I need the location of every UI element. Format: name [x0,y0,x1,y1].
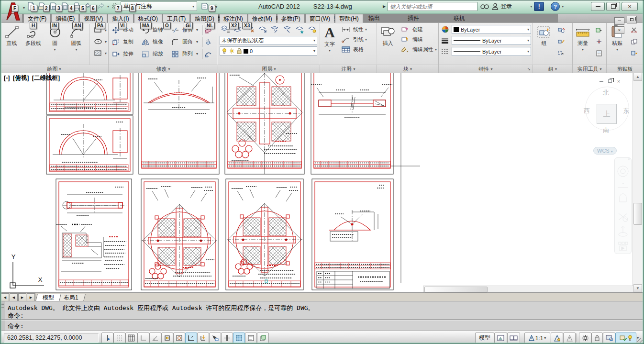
viewcube-top-face[interactable]: 上 [597,104,617,124]
ribbon-tab-online[interactable]: 联机 [454,14,465,22]
layer-on-icon[interactable] [307,24,318,34]
copy-button[interactable]: 复制 [123,38,138,45]
viewcube[interactable]: 北 西 东 南 上 WCS ▾ [583,87,631,149]
doc-minimize-button[interactable] [614,17,624,25]
layer-lock-icon[interactable] [236,48,242,54]
ribbon-tab-plugins[interactable]: 插件 [408,14,419,22]
circle-dropdown[interactable]: ▾ [54,47,56,52]
create-block-button[interactable]: 创建 [412,26,423,33]
ribbon-tab-output[interactable]: 输出 [368,14,380,22]
doc-restore-button[interactable] [627,16,637,23]
snap-mode-toggle[interactable] [101,333,113,344]
scale-icon[interactable] [140,49,151,59]
copy-icon[interactable] [110,37,122,47]
fillet-icon[interactable] [169,37,181,47]
title-bar[interactable]: ▾ ▾ 草图与注释▾ ▾ ▾ AutoCAD 2012 S22-13-4.dwg… [0,0,644,14]
drawing-canvas[interactable]: Y X [-] [俯视] [二维线框] × 北 西 东 南 上 WCS ▾ [0,72,644,292]
linetype-dropdown[interactable]: ByLayer ▾ [452,47,531,56]
horizontal-scrollbar[interactable] [423,286,633,292]
copy-clip-icon[interactable] [628,36,640,47]
tab-prev-button[interactable]: ◀ [10,293,18,301]
tab-next-button[interactable]: ▶ [18,293,26,301]
tab-model[interactable]: 模型 [35,294,61,301]
qat-overflow-dropdown[interactable]: ▾ [215,4,217,9]
panel-label-modify[interactable]: 修改▾ [109,65,218,73]
panel-label-block[interactable]: 块▾ [377,65,438,73]
object-color-icon[interactable] [440,25,450,33]
drawing-sheet-8[interactable] [312,179,393,290]
quick-view-drawings-button[interactable] [507,333,520,344]
viewport-visualstyle-control[interactable]: [二维线框] [32,75,60,81]
signin-label[interactable]: 登录 [500,2,512,11]
appmenu-dropdown[interactable]: ▾ [23,6,25,10]
line-button[interactable]: 直线 [1,24,22,65]
isolate-objects-group[interactable] [615,333,636,344]
search-icon[interactable] [479,3,490,11]
panel-label-layers[interactable]: 图层▾ [218,65,320,73]
3d-object-snap-toggle[interactable] [173,333,185,344]
viewcube-north[interactable]: 北 [603,89,609,97]
qat-redo-dropdown[interactable]: ▾ [107,4,109,9]
create-block-icon[interactable] [400,24,411,35]
drawing-sheet-3[interactable] [225,72,304,174]
lineweight-display-toggle[interactable] [221,333,233,344]
circle-button[interactable]: 圆 ▾ [44,24,65,65]
navbar-close-icon[interactable]: × [628,157,630,162]
search-input[interactable] [388,2,477,11]
panel-label-annotation[interactable]: 注释▾ [320,65,377,73]
arc-dropdown[interactable]: ▾ [75,47,77,52]
help-dropdown[interactable]: ▾ [562,4,564,9]
lineweight-icon[interactable] [440,36,450,44]
scale-button[interactable]: 缩放 [153,50,168,57]
help-button[interactable]: ? [551,2,560,11]
annotation-autoscale-button[interactable] [563,333,576,344]
array-button[interactable]: 阵列 [182,50,195,57]
menu-modify[interactable]: 修改(M) [248,14,276,23]
ortho-mode-toggle[interactable] [137,333,149,344]
arc-button[interactable]: 圆弧 ▾ [66,24,87,65]
exchange-apps-button[interactable]: ! [534,2,544,11]
tab-last-button[interactable]: ▶ [27,293,35,301]
navigation-bar[interactable]: × [614,157,632,254]
object-snap-tracking-toggle[interactable] [185,333,197,344]
leader-icon[interactable] [340,34,352,45]
table-button[interactable]: 表格 [353,46,364,53]
mirror-icon[interactable] [140,37,151,47]
drawing-sheet-1b[interactable] [46,116,133,174]
resize-grip[interactable] [637,338,643,344]
polar-tracking-toggle[interactable] [149,333,161,344]
quick-select-icon[interactable] [593,25,605,35]
scroll-down-button[interactable]: ▼ [633,284,642,292]
table-icon[interactable] [340,44,352,55]
insert-block-button[interactable]: 插入 [378,24,397,65]
panel-label-group[interactable]: 组▾ [533,65,572,73]
signin-dropdown[interactable]: ▾ [530,4,532,9]
measure-button[interactable]: 测量 ▾ [574,24,591,65]
quick-properties-toggle[interactable] [245,333,257,344]
dynamic-ucs-toggle[interactable] [197,333,209,344]
id-point-icon[interactable] [593,36,605,47]
drawing-minimize-button[interactable] [597,78,606,84]
array-icon[interactable] [169,49,181,59]
group-edit-icon[interactable] [555,36,567,47]
close-button[interactable]: × [622,2,638,11]
minimize-button[interactable] [591,2,605,11]
layer-state-dropdown[interactable]: 未保存的图层状态▾ [220,36,317,45]
scroll-thumb[interactable] [633,203,642,225]
layer-unfreeze-icon[interactable] [282,24,293,34]
color-dropdown[interactable]: ByLayer ▾ [452,25,531,34]
ungroup-icon[interactable] [555,25,567,35]
workspace-switching-button[interactable] [579,333,591,344]
layer-bulb-icon[interactable] [222,48,227,54]
command-line-window[interactable]: Autodesk DWG。 此文件上次由 Autodesk 应用程序或 Auto… [0,301,644,331]
edit-block-icon[interactable] [400,34,411,45]
tab-first-button[interactable]: ◀ [0,293,9,301]
group-button[interactable]: 组 [534,24,554,65]
linear-dim-button[interactable]: 线性 [353,26,364,33]
stretch-icon[interactable] [110,49,122,59]
command-divider[interactable] [0,319,644,321]
drawing-sheet-4[interactable] [311,72,393,174]
layer-isolate-icon[interactable] [257,24,268,34]
layer-state-icon[interactable] [294,24,306,34]
fillet-button[interactable]: 圆角 [182,38,195,45]
